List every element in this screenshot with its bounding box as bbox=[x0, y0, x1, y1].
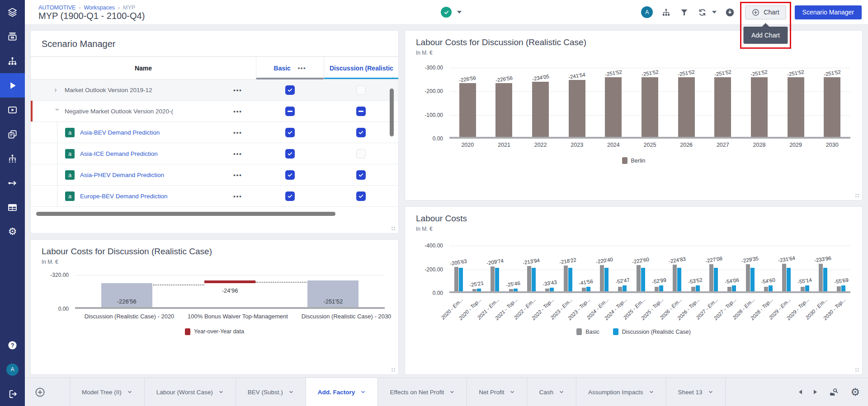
scenario-name[interactable]: Negative Market Outlook Version 2020-( bbox=[65, 108, 173, 115]
chevron-down-icon bbox=[708, 389, 713, 395]
avatar[interactable]: A bbox=[641, 6, 653, 18]
horizontal-scrollbar-thumb[interactable] bbox=[36, 212, 335, 216]
archive-icon[interactable] bbox=[0, 24, 25, 49]
x-tick-label: 2020 bbox=[449, 142, 486, 148]
row-menu-dots[interactable]: ••• bbox=[220, 108, 256, 115]
sitemap-icon[interactable] bbox=[0, 49, 25, 73]
legend-label: Discussion (Realistic Case) bbox=[622, 329, 691, 335]
tab-net-profit[interactable]: Net Profit bbox=[467, 378, 527, 406]
tab-labour-worst-case-[interactable]: Labour (Worst Case) bbox=[145, 378, 236, 406]
assumption-link[interactable]: Asia-PHEV Demand Prediction bbox=[80, 172, 164, 178]
chart-legend: BasicDiscussion (Realistic Case) bbox=[405, 328, 862, 335]
network-tree-icon[interactable] bbox=[0, 146, 25, 171]
avatar: A bbox=[6, 364, 19, 376]
sheet-search-icon[interactable] bbox=[829, 387, 839, 397]
panel-resize-grip[interactable] bbox=[391, 368, 396, 372]
breadcrumb-item-current[interactable]: MYP bbox=[123, 5, 135, 11]
table-row[interactable]: ›Negative Market Outlook Version 2020-(•… bbox=[31, 101, 398, 122]
basic-checkbox-checked[interactable] bbox=[285, 128, 295, 137]
breadcrumb-item[interactable]: Workspaces bbox=[84, 5, 115, 11]
labour-costs-discussion-panel: Labour Costs for Discussion (Realistic C… bbox=[405, 30, 863, 201]
discussion-checkbox-checked[interactable] bbox=[356, 191, 366, 201]
basic-checkbox-checked[interactable] bbox=[285, 191, 295, 201]
legend-item[interactable]: Basic bbox=[576, 328, 599, 335]
indeterminate-mark bbox=[288, 111, 292, 112]
x-tick-label: 2023 bbox=[559, 142, 595, 148]
refresh-icon[interactable] bbox=[698, 8, 707, 17]
table-row[interactable]: aAsia-BEV Demand Prediction••• bbox=[31, 122, 398, 143]
assumption-link[interactable]: Asia-ICE Demand Prediction bbox=[80, 150, 158, 157]
settings-gear-icon[interactable]: ⚙ bbox=[0, 219, 25, 244]
plus-circle-icon[interactable] bbox=[35, 387, 45, 397]
table-row[interactable]: aEurope-BEV Demand Prediction••• bbox=[31, 186, 398, 207]
workspace-status[interactable] bbox=[441, 7, 462, 18]
data-table-icon[interactable] bbox=[0, 195, 25, 219]
chevron-down-icon[interactable]: › bbox=[53, 108, 62, 114]
prev-sheet-icon[interactable] bbox=[799, 390, 802, 394]
assumption-link[interactable]: Asia-BEV Demand Prediction bbox=[80, 129, 160, 136]
panel-resize-grip[interactable] bbox=[855, 193, 859, 198]
column-header-basic[interactable]: Basic ••• bbox=[256, 57, 324, 79]
bar-value-label: -234'05 bbox=[532, 74, 549, 82]
panel-resize-grip[interactable] bbox=[855, 368, 859, 372]
copy-pages-icon[interactable] bbox=[0, 122, 25, 146]
row-menu-dots[interactable]: ••• bbox=[220, 129, 256, 136]
row-menu-dots[interactable]: ••• bbox=[220, 193, 256, 200]
panel-resize-grip[interactable] bbox=[391, 226, 396, 231]
row-menu-dots[interactable]: ••• bbox=[220, 150, 256, 157]
settings-gear-icon[interactable]: ⚙ bbox=[850, 387, 860, 397]
chevron-down-icon[interactable] bbox=[712, 11, 717, 16]
tab-model-tree-ii-[interactable]: Model Tree (II) bbox=[70, 378, 145, 406]
tab-assumption-impacts[interactable]: Assumption Impacts bbox=[576, 378, 666, 406]
share-arrow-icon[interactable] bbox=[0, 171, 25, 195]
column-header-discussion[interactable]: Discussion (Realistic bbox=[324, 57, 398, 79]
x-tick-label: 2022 bbox=[522, 142, 559, 148]
chevron-down-icon[interactable] bbox=[457, 11, 462, 16]
basic-checkbox-checked[interactable] bbox=[285, 85, 295, 95]
breadcrumb-item[interactable]: AUTOMOTIVE bbox=[38, 5, 75, 11]
vertical-scrollbar-thumb[interactable] bbox=[390, 89, 394, 136]
tab-effects-on-net-profit[interactable]: Effects on Net Profit bbox=[378, 378, 467, 406]
sidebar-avatar[interactable]: A bbox=[0, 357, 25, 382]
help-icon[interactable]: ? bbox=[0, 333, 25, 357]
row-menu-dots[interactable]: ••• bbox=[220, 172, 256, 178]
logout-icon[interactable] bbox=[0, 382, 25, 406]
discussion-bar bbox=[459, 268, 463, 291]
legend-item[interactable]: Berlin bbox=[622, 157, 646, 164]
discussion-checkbox-unchecked[interactable] bbox=[356, 149, 366, 159]
layers-logo-icon[interactable] bbox=[0, 0, 25, 24]
tab-bev-subst-[interactable]: BEV (Subst.) bbox=[236, 378, 306, 406]
bar-value-label: -54'60 bbox=[761, 277, 776, 285]
basic-checkbox-checked[interactable] bbox=[285, 170, 295, 180]
video-play-icon[interactable] bbox=[0, 98, 25, 122]
tab-add-factory[interactable]: Add. Factory bbox=[306, 378, 378, 406]
tab-cash[interactable]: Cash bbox=[527, 378, 576, 406]
discussion-checkbox-indeterminate[interactable] bbox=[356, 107, 366, 116]
sidebar-item-simulation[interactable] bbox=[0, 73, 25, 98]
discussion-checkbox-checked[interactable] bbox=[356, 170, 366, 180]
discussion-bar bbox=[659, 285, 663, 291]
column-menu-dots[interactable]: ••• bbox=[298, 65, 307, 71]
add-chart-button[interactable]: Chart bbox=[745, 5, 786, 19]
scenario-manager-button[interactable]: Scenario Manager bbox=[795, 5, 862, 19]
chevron-right-icon[interactable]: › bbox=[54, 85, 60, 94]
basic-checkbox-checked[interactable] bbox=[285, 149, 295, 159]
tab-sheet-13[interactable]: Sheet 13 bbox=[666, 378, 726, 406]
bar-value-label: -251'52 bbox=[750, 69, 768, 77]
assumption-link[interactable]: Europe-BEV Demand Prediction bbox=[80, 193, 168, 200]
next-sheet-icon[interactable] bbox=[814, 390, 817, 394]
legend-item[interactable]: Discussion (Realistic Case) bbox=[613, 328, 691, 335]
scenario-name[interactable]: Market Outlook Version 2019-12 bbox=[65, 87, 152, 93]
basic-checkbox-indeterminate[interactable] bbox=[285, 107, 295, 116]
table-row[interactable]: ›Market Outlook Version 2019-12••• bbox=[31, 79, 398, 101]
row-menu-dots[interactable]: ••• bbox=[220, 87, 256, 93]
sitemap-icon[interactable] bbox=[661, 8, 671, 17]
download-icon[interactable] bbox=[725, 8, 735, 17]
table-row[interactable]: aAsia-PHEV Demand Prediction••• bbox=[31, 164, 398, 186]
filter-icon[interactable] bbox=[679, 8, 689, 17]
discussion-checkbox-unchecked[interactable] bbox=[356, 85, 366, 95]
discussion-checkbox-checked[interactable] bbox=[356, 128, 366, 137]
legend-item[interactable]: Year-over-Year data bbox=[185, 328, 244, 335]
sheet-tabs: Model Tree (II)Labour (Worst Case)BEV (S… bbox=[70, 378, 726, 406]
table-row[interactable]: aAsia-ICE Demand Prediction••• bbox=[31, 143, 398, 164]
